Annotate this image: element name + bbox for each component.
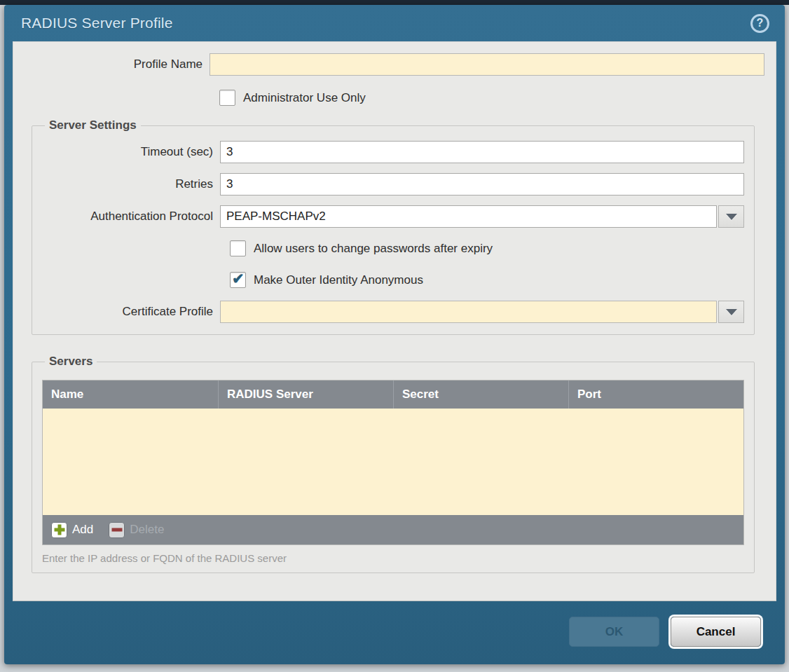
dialog-title-bar: RADIUS Server Profile xyxy=(4,5,785,41)
delete-button-label: Delete xyxy=(130,523,164,537)
add-icon xyxy=(51,522,67,538)
column-header-port[interactable]: Port xyxy=(568,380,743,409)
cancel-button[interactable]: Cancel xyxy=(671,617,761,647)
timeout-input[interactable] xyxy=(220,141,744,163)
chevron-down-icon xyxy=(726,309,737,315)
column-header-secret[interactable]: Secret xyxy=(393,380,568,409)
dialog-content: Profile Name Administrator Use Only Serv… xyxy=(13,41,776,601)
minus-icon xyxy=(109,522,125,538)
checkbox-icon[interactable] xyxy=(230,272,246,288)
servers-table-toolbar: Add Delete xyxy=(43,515,743,544)
server-hint-text: Enter the IP address or FQDN of the RADI… xyxy=(42,552,744,564)
servers-legend: Servers xyxy=(45,355,97,369)
checkbox-icon[interactable] xyxy=(230,240,246,256)
retries-row: Retries xyxy=(42,173,744,196)
servers-table-body xyxy=(43,409,743,515)
auth-protocol-input[interactable] xyxy=(220,205,717,228)
delete-button[interactable]: Delete xyxy=(109,522,164,538)
window-top-edge xyxy=(0,0,789,5)
admin-use-only-label: Administrator Use Only xyxy=(243,91,366,105)
outer-identity-label: Make Outer Identity Anonymous xyxy=(254,273,423,287)
admin-use-only-checkbox[interactable]: Administrator Use Only xyxy=(219,90,764,106)
profile-name-label: Profile Name xyxy=(22,57,210,71)
profile-name-input[interactable] xyxy=(210,53,764,76)
add-button[interactable]: Add xyxy=(51,522,93,538)
timeout-label: Timeout (sec) xyxy=(42,145,220,159)
column-header-radius-server[interactable]: RADIUS Server xyxy=(218,380,393,409)
radius-server-profile-dialog: RADIUS Server Profile Profile Name Admin… xyxy=(4,5,785,664)
chevron-down-icon xyxy=(726,214,737,220)
help-icon[interactable] xyxy=(750,14,769,33)
checkbox-icon[interactable] xyxy=(219,90,235,106)
auth-protocol-dropdown-button[interactable] xyxy=(718,205,744,228)
page-title: RADIUS Server Profile xyxy=(21,15,750,32)
allow-password-change-label: Allow users to change passwords after ex… xyxy=(254,242,493,256)
servers-table-header: Name RADIUS Server Secret Port xyxy=(43,380,743,409)
servers-table: Name RADIUS Server Secret Port Add Delet… xyxy=(42,380,744,545)
allow-password-change-checkbox[interactable]: Allow users to change passwords after ex… xyxy=(230,240,744,256)
auth-protocol-row: Authentication Protocol xyxy=(42,205,744,228)
servers-fieldset: Servers Name RADIUS Server Secret Port A… xyxy=(32,355,755,573)
add-button-label: Add xyxy=(72,523,93,537)
timeout-row: Timeout (sec) xyxy=(42,141,744,163)
column-header-name[interactable]: Name xyxy=(43,380,218,409)
auth-protocol-label: Authentication Protocol xyxy=(42,210,220,224)
certificate-profile-row: Certificate Profile xyxy=(42,301,744,323)
certificate-profile-label: Certificate Profile xyxy=(42,305,220,319)
server-settings-fieldset: Server Settings Timeout (sec) Retries Au… xyxy=(32,118,755,335)
ok-button[interactable]: OK xyxy=(569,617,659,647)
outer-identity-checkbox[interactable]: Make Outer Identity Anonymous xyxy=(230,272,744,288)
certificate-profile-input[interactable] xyxy=(220,301,717,323)
certificate-profile-dropdown-button[interactable] xyxy=(718,301,744,323)
retries-label: Retries xyxy=(42,177,220,191)
retries-input[interactable] xyxy=(220,173,744,196)
profile-name-row: Profile Name xyxy=(22,53,764,76)
server-settings-legend: Server Settings xyxy=(45,118,141,132)
dialog-footer: OK Cancel xyxy=(4,601,785,664)
